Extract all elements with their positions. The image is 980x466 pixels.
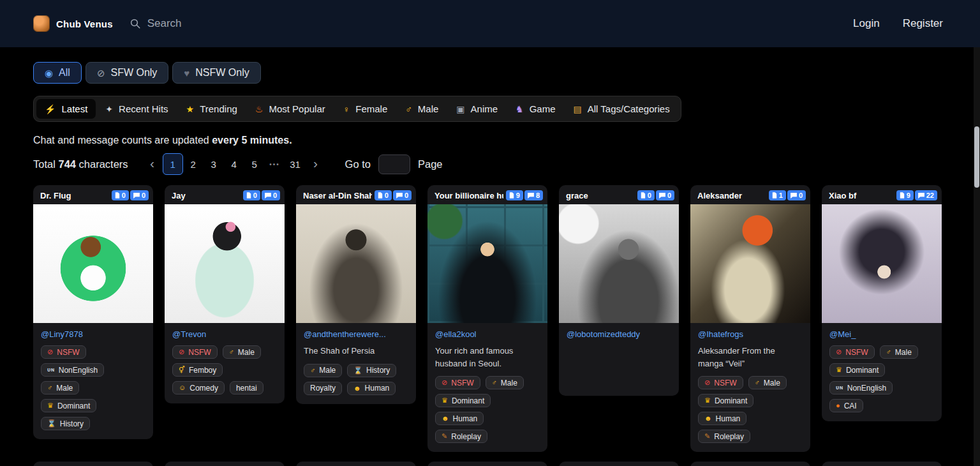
goto-page-input[interactable] bbox=[378, 154, 410, 174]
author-link[interactable]: @andthentherewere... bbox=[304, 329, 408, 339]
page-button-3[interactable]: 3 bbox=[204, 153, 224, 175]
tag-hentai[interactable]: hentai bbox=[230, 381, 264, 395]
page-button-2[interactable]: 2 bbox=[183, 153, 204, 175]
category-tab-bar: ⚡ Latest ✦ Recent Hits ★ Trending ♨ Most… bbox=[33, 96, 681, 122]
total-number: 744 bbox=[58, 158, 76, 170]
tag-male[interactable]: ♂Male bbox=[880, 345, 918, 359]
chat-icon bbox=[659, 193, 665, 199]
tag-male[interactable]: ♂Male bbox=[748, 376, 787, 389]
tag-human[interactable]: ☻Human bbox=[347, 382, 396, 395]
filter-nsfw-only[interactable]: ♥ NSFW Only bbox=[172, 62, 260, 84]
tag-dominant[interactable]: ♛Dominant bbox=[435, 394, 491, 407]
prev-page-button[interactable]: ‹ bbox=[142, 153, 163, 175]
tag-nsfw[interactable]: ⊘NSFW bbox=[172, 345, 218, 359]
character-card[interactable]: Naser al-Din Shah Qa 0 0 @andthentherewe… bbox=[296, 185, 416, 404]
tag-nonenglish[interactable]: ᴜɴNonEnglish bbox=[829, 381, 893, 395]
nsfw-icon: ⊘ bbox=[442, 379, 447, 386]
author-link[interactable]: @Trevon bbox=[172, 329, 277, 339]
tag-nsfw[interactable]: ⊘NSFW bbox=[41, 345, 86, 359]
tag-nsfw[interactable]: ⊘NSFW bbox=[435, 376, 480, 389]
tag-nonenglish[interactable]: ᴜɴNonEnglish bbox=[41, 363, 104, 377]
tab-trending[interactable]: ★ Trending bbox=[178, 99, 246, 119]
chats-badge: 9 bbox=[896, 190, 914, 200]
author-link[interactable]: @Mei_ bbox=[829, 329, 934, 339]
page-button-5[interactable]: 5 bbox=[244, 153, 265, 175]
chats-badge: 0 bbox=[112, 190, 129, 200]
tag-dominant[interactable]: ♛Dominant bbox=[829, 363, 885, 377]
card-name: Aleksander bbox=[697, 191, 766, 200]
card-name: Jay bbox=[172, 191, 241, 200]
character-card[interactable]: Jay 0 0 @Trevon ⊘NSFW ♂Male ⚥Femboy ☺Com… bbox=[165, 185, 285, 403]
tab-male[interactable]: ♂ Male bbox=[397, 99, 447, 119]
tab-most-popular[interactable]: ♨ Most Popular bbox=[247, 99, 334, 119]
tag-dominant[interactable]: ♛Dominant bbox=[698, 394, 754, 407]
page-button-31[interactable]: 31 bbox=[285, 153, 306, 175]
tag-history[interactable]: ⌛History bbox=[347, 364, 396, 377]
character-card[interactable] bbox=[33, 462, 153, 466]
character-card[interactable] bbox=[165, 462, 285, 466]
tag-nsfw[interactable]: ⊘NSFW bbox=[829, 345, 875, 359]
tag-comedy[interactable]: ☺Comedy bbox=[172, 381, 225, 395]
tag-male[interactable]: ♂Male bbox=[41, 381, 79, 395]
tab-anime[interactable]: ▣ Anime bbox=[448, 99, 506, 119]
login-link[interactable]: Login bbox=[853, 17, 880, 30]
tag-history[interactable]: ⌛History bbox=[41, 417, 90, 430]
author-link[interactable]: @ella2kool bbox=[435, 329, 540, 339]
author-link[interactable]: @lobotomizedteddy bbox=[567, 329, 671, 339]
tab-label: Male bbox=[418, 103, 439, 114]
register-link[interactable]: Register bbox=[903, 17, 943, 30]
character-card[interactable] bbox=[690, 462, 810, 466]
card-image bbox=[165, 204, 285, 323]
goto-label: Go to bbox=[345, 158, 371, 170]
tag-label: Dominant bbox=[57, 402, 90, 410]
next-page-button[interactable]: › bbox=[306, 153, 326, 175]
tag-femboy[interactable]: ⚥Femboy bbox=[172, 363, 223, 377]
tag-male[interactable]: ♂Male bbox=[486, 376, 524, 389]
tag-male[interactable]: ♂Male bbox=[223, 345, 261, 359]
character-card[interactable]: Dr. Flug 0 0 @Liny7878 ⊘NSFW ᴜɴNonEnglis… bbox=[33, 185, 153, 439]
author-link[interactable]: @Ihatefrogs bbox=[698, 329, 803, 339]
tab-recent-hits[interactable]: ✦ Recent Hits bbox=[97, 99, 176, 119]
scrollbar-thumb[interactable] bbox=[974, 126, 979, 188]
tag-human[interactable]: ☻Human bbox=[698, 412, 746, 425]
chats-badge: 0 bbox=[375, 190, 392, 200]
character-card[interactable] bbox=[822, 462, 942, 466]
card-name: Dr. Flug bbox=[40, 191, 109, 200]
tab-latest[interactable]: ⚡ Latest bbox=[36, 99, 96, 119]
tag-roleplay[interactable]: ✎Roleplay bbox=[435, 430, 487, 443]
main-content: ◉ All ⊘ SFW Only ♥ NSFW Only ⚡ Latest ✦ … bbox=[0, 62, 980, 466]
tag-dominant[interactable]: ♛Dominant bbox=[41, 399, 96, 412]
character-card[interactable] bbox=[559, 462, 679, 466]
tag-male[interactable]: ♂Male bbox=[304, 364, 342, 377]
chat-icon bbox=[133, 193, 140, 199]
tag-roleplay[interactable]: ✎Roleplay bbox=[698, 430, 750, 443]
tag-label: NSFW bbox=[451, 379, 473, 387]
page-button-4[interactable]: 4 bbox=[224, 153, 244, 175]
filter-all[interactable]: ◉ All bbox=[33, 62, 82, 84]
tag-nsfw[interactable]: ⊘NSFW bbox=[698, 376, 743, 389]
character-card[interactable]: Aleksander 1 0 @Ihatefrogs Aleksander Fr… bbox=[690, 185, 810, 452]
page-button-1[interactable]: 1 bbox=[163, 153, 183, 175]
tag-label: NSFW bbox=[57, 348, 79, 357]
tag-label: Human bbox=[453, 414, 478, 423]
tag-label: CAI bbox=[844, 402, 857, 410]
character-card[interactable]: grace 0 0 @lobotomizedteddy bbox=[559, 185, 679, 396]
tab-all-tags[interactable]: ▤ All Tags/Categories bbox=[565, 99, 678, 119]
scrollbar-track bbox=[974, 47, 980, 466]
tab-female[interactable]: ♀ Female bbox=[335, 99, 396, 119]
tab-game[interactable]: ♞ Game bbox=[507, 99, 563, 119]
character-card[interactable] bbox=[296, 462, 416, 466]
filter-sfw-only[interactable]: ⊘ SFW Only bbox=[85, 62, 168, 84]
tag-royalty[interactable]: Royalty bbox=[304, 382, 342, 395]
tag-label: History bbox=[366, 366, 390, 375]
character-card[interactable] bbox=[427, 462, 547, 466]
character-card[interactable]: Xiao bf 9 22 @Mei_ ⊘NSFW ♂Male ♛Dominant… bbox=[822, 185, 942, 421]
tag-human[interactable]: ☻Human bbox=[435, 412, 484, 425]
tab-label: Female bbox=[355, 103, 387, 114]
cai-icon: ● bbox=[836, 402, 840, 409]
brand[interactable]: Chub Venus bbox=[33, 15, 113, 32]
search-bar[interactable]: Search bbox=[130, 17, 182, 30]
author-link[interactable]: @Liny7878 bbox=[41, 329, 145, 339]
tag-cai[interactable]: ●CAI bbox=[829, 399, 863, 412]
character-card[interactable]: Your billionaire husba 9 8 @ella2kool Yo… bbox=[427, 185, 547, 452]
